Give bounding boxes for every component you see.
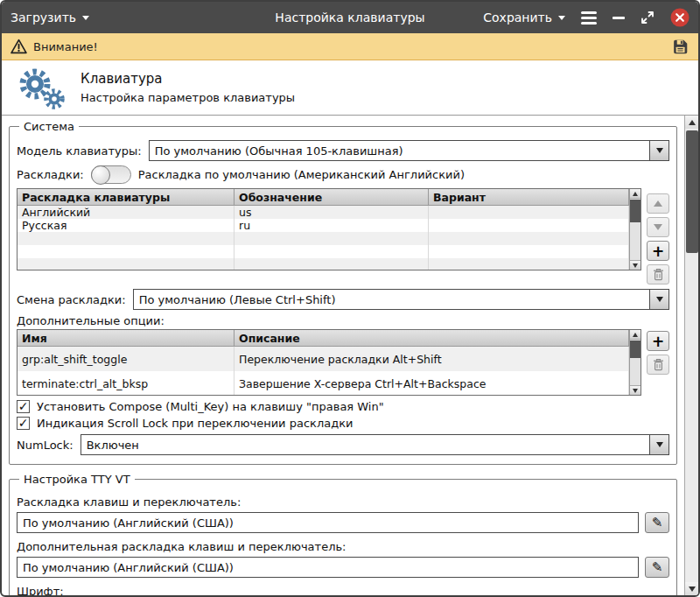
arrow-down-icon [689,586,696,592]
table-row[interactable]: terminate:ctrl_alt_bksp Завершение X-сер… [18,371,629,396]
chevron-down-icon [656,148,663,153]
minimize-icon [612,17,625,19]
arrow-down-icon [633,389,638,393]
add-option-button[interactable]: + [647,331,669,351]
plus-icon: + [652,242,664,260]
move-up-button[interactable] [647,193,669,214]
layouts-toggle-text: Раскладка по умолчанию (Американский Анг… [138,168,465,181]
add-layout-button[interactable]: + [647,241,669,261]
warning-icon [10,39,27,54]
arrow-down-icon [654,224,662,230]
minimize-button[interactable] [612,17,625,19]
close-icon [670,8,690,27]
close-button[interactable] [670,8,690,27]
column-header-name: Имя [18,330,234,346]
keyboard-model-value: По умолчанию (Обычная 105-клавишная) [150,141,649,160]
scroll-down-button[interactable] [630,385,640,395]
page-title: Клавиатура [80,71,295,87]
empty-row [18,232,629,245]
scroll-up-button[interactable] [685,116,698,129]
window: Загрузить Настройка клавиатуры Сохранить [0,0,700,597]
cell-option-name: grp:alt_shift_toggle [18,347,234,371]
cell-layout-code: us [234,206,429,219]
numlock-label: NumLock: [17,439,74,452]
layout-switch-select[interactable]: По умолчанию (Левые Ctrl+Shift) [133,289,669,310]
tty-layout-label: Раскладка клавиш и переключатель: [17,495,669,509]
scroll-up-button[interactable] [630,189,640,199]
hamburger-icon [581,11,597,25]
tty-font-label: Шрифт: [17,585,669,595]
column-header-description: Описание [234,330,629,346]
extra-options-label: Дополнительные опции: [17,314,164,327]
window-title: Настройка клавиатуры [275,11,424,25]
check-icon: ✓ [18,417,29,429]
combo-drop-button[interactable] [649,141,668,160]
save-button-label: Сохранить [483,11,552,25]
chevron-down-icon [656,297,663,302]
scrolllock-checkbox[interactable]: ✓ [17,417,30,430]
layouts-toggle[interactable] [91,165,131,184]
system-section-legend: Система [19,120,79,133]
cell-option-description: Завершение X-сервера Ctrl+Alt+Backspace [234,371,629,396]
scrollbar [684,116,698,595]
gears-icon [14,65,66,110]
pencil-icon: ✎ [652,515,663,530]
content-area: Система Модель клавиатуры: По умолчанию … [2,116,698,595]
delete-option-button[interactable] [647,355,669,375]
cell-layout-name: Русская [18,219,234,232]
edit-tty-layout-button[interactable]: ✎ [645,512,669,533]
pencil-icon: ✎ [652,559,663,575]
scrollbar-thumb[interactable] [686,130,698,253]
chevron-down-icon [558,16,565,20]
page-subtitle: Настройка параметров клавиатуры [80,91,295,104]
options-table-scrollbar[interactable] [629,330,640,395]
chevron-down-icon [82,16,89,20]
layouts-table-scrollbar[interactable] [629,189,640,270]
delete-layout-button[interactable] [647,264,669,284]
scrollbar-thumb[interactable] [630,200,640,222]
expand-button[interactable] [640,11,654,25]
numlock-select[interactable]: Включен [80,434,669,455]
layouts-label: Раскладки: [17,168,84,181]
cell-layout-name: Английский [18,206,234,219]
keyboard-model-label: Модель клавиатуры: [17,144,142,158]
toggle-knob-icon [91,165,110,185]
column-header-layout: Раскладка клавиатуры [18,189,234,205]
table-row[interactable]: grp:alt_shift_toggle Переключение раскла… [18,347,629,371]
save-file-button[interactable] [671,38,690,56]
scrolllock-checkbox-label: Индикация Scroll Lock при переключении р… [37,417,353,430]
save-button[interactable]: Сохранить [483,11,565,25]
compose-checkbox[interactable]: ✓ [17,400,30,413]
keyboard-model-select[interactable]: По умолчанию (Обычная 105-клавишная) [149,140,669,161]
numlock-value: Включен [81,435,649,454]
scroll-up-button[interactable] [630,330,640,340]
layout-switch-label: Смена раскладки: [17,293,126,306]
move-down-button[interactable] [647,217,669,237]
table-row[interactable]: Английский us [18,206,629,219]
scrollbar-thumb[interactable] [630,341,640,358]
edit-tty-extra-layout-button[interactable]: ✎ [645,557,669,578]
tty-layout-field[interactable]: По умолчанию (Английский (США)) [17,512,639,533]
floppy-icon [671,38,690,56]
layouts-table-header: Раскладка клавиатуры Обозначение Вариант [18,189,629,206]
table-row[interactable]: Русская ru [18,219,629,232]
tty-extra-layout-field[interactable]: По умолчанию (Английский (США)) [17,557,639,578]
scroll-down-button[interactable] [630,260,640,270]
arrow-up-icon [633,192,638,196]
combo-drop-button[interactable] [649,290,668,309]
compose-checkbox-label: Установить Compose (Multi_Key) на клавиш… [37,400,384,413]
arrow-up-icon [689,120,696,125]
cell-layout-variant [429,206,629,219]
menu-button[interactable] [581,11,597,25]
system-section: Система Модель клавиатуры: По умолчанию … [9,120,677,465]
arrow-up-icon [633,333,638,337]
titlebar: Загрузить Настройка клавиатуры Сохранить [2,2,698,33]
combo-drop-button[interactable] [649,435,668,454]
arrow-down-icon [633,263,638,268]
trash-icon [653,358,664,371]
empty-row [18,258,629,270]
column-header-variant: Вариант [429,189,629,205]
load-button[interactable]: Загрузить [10,11,89,25]
cell-layout-code: ru [234,219,429,232]
scroll-down-button[interactable] [685,582,698,595]
